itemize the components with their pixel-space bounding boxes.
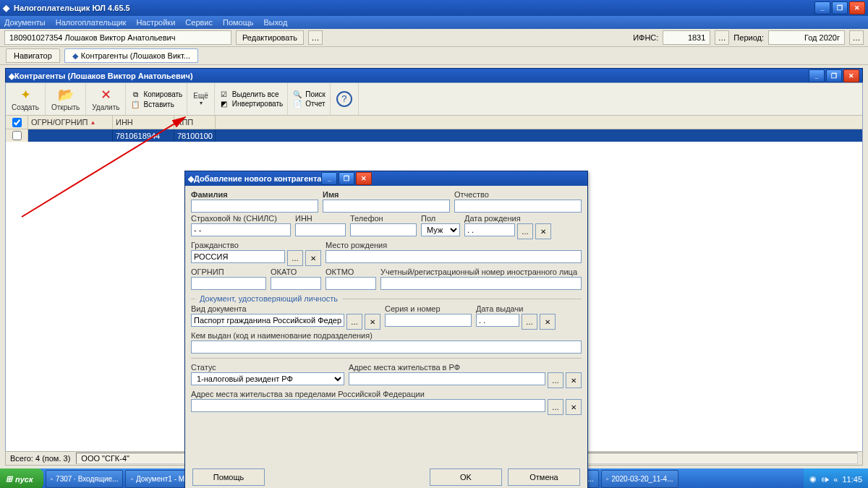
app-icon: ◆ <box>3 3 9 13</box>
snils-input[interactable] <box>191 223 291 236</box>
surname-label: Фамилия <box>191 190 318 199</box>
search-icon: 🔍 <box>292 90 302 98</box>
dialog-cancel-button[interactable]: Отмена <box>508 468 580 486</box>
header-checkbox[interactable] <box>12 118 22 127</box>
child-close-button[interactable]: ✕ <box>843 69 859 82</box>
toolbar: ✦Создать 📂Открыть ✕Удалить ⧉Копировать 📋… <box>6 83 862 116</box>
dob-picker-button[interactable]: … <box>517 223 533 239</box>
col-kpp[interactable]: КПП <box>174 116 216 129</box>
open-icon: 📂 <box>58 87 74 103</box>
more-button[interactable]: Ещё▾ <box>187 83 214 115</box>
child-minimize-button[interactable]: _ <box>809 69 825 82</box>
taskbar-item[interactable]: ▫2020-03-20_11-4... <box>601 470 678 488</box>
menu-help[interactable]: Помощь <box>223 18 254 27</box>
sex-select[interactable]: Муж <box>421 223 460 236</box>
addr-ext-clear-button[interactable]: ✕ <box>566 399 582 415</box>
docnum-input[interactable] <box>385 314 472 327</box>
citizenship-picker-button[interactable]: … <box>287 250 303 266</box>
issued-by-input[interactable] <box>191 341 582 354</box>
name-label: Имя <box>323 190 450 199</box>
dialog-title-bar: ◆ Добавление нового контрагента _ ❐ ✕ <box>185 171 587 186</box>
divider <box>191 358 582 359</box>
minimize-button[interactable]: _ <box>814 1 830 14</box>
dialog-ok-button[interactable]: OK <box>430 468 502 486</box>
phone-input[interactable] <box>350 223 417 236</box>
select-all-button[interactable]: ☑Выделить все <box>219 90 283 98</box>
col-ogrn[interactable]: ОГРН/ОГРНИП ▲ <box>28 116 113 129</box>
data-grid[interactable]: ОГРН/ОГРНИП ▲ ИНН КПП 7810618944 7810010… <box>6 116 862 142</box>
create-button[interactable]: ✦Создать <box>6 83 46 115</box>
copy-icon: ⧉ <box>130 90 140 99</box>
addr-rf-picker-button[interactable]: … <box>548 372 563 388</box>
row-checkbox[interactable] <box>12 131 22 140</box>
open-button[interactable]: 📂Открыть <box>46 83 86 115</box>
dialog-maximize-button[interactable]: ❐ <box>339 172 354 185</box>
menu-documents[interactable]: Документы <box>4 18 46 27</box>
citizenship-input[interactable] <box>191 250 285 263</box>
addr-ext-picker-button[interactable]: … <box>548 399 563 415</box>
status-select[interactable]: 1-налоговый резидент РФ <box>191 372 344 385</box>
doctype-picker-button[interactable]: … <box>346 314 362 330</box>
status-total: Всего: 4 (пом. 3) <box>10 454 70 463</box>
menu-taxpayer[interactable]: Налогоплательщик <box>56 18 127 27</box>
dialog-close-button[interactable]: ✕ <box>356 172 372 185</box>
close-button[interactable]: ✕ <box>849 1 865 14</box>
start-button[interactable]: ⊞пуск <box>0 468 43 488</box>
menu-settings[interactable]: Настройки <box>136 18 175 27</box>
name-input[interactable] <box>323 200 450 213</box>
issued-on-picker-button[interactable]: … <box>522 314 537 330</box>
sex-label: Пол <box>421 214 460 223</box>
cell-kpp: 78100100 <box>174 129 216 142</box>
doctype-input[interactable] <box>191 314 344 327</box>
issued-on-clear-button[interactable]: ✕ <box>540 314 556 330</box>
patronymic-input[interactable] <box>454 200 582 213</box>
edit-button[interactable]: Редактировать <box>236 30 304 45</box>
okato-input[interactable] <box>271 277 321 290</box>
app-icon: ▫ <box>51 475 54 483</box>
oktmo-input[interactable] <box>326 277 376 290</box>
edit-picker-button[interactable]: … <box>308 30 323 45</box>
dob-input[interactable] <box>464 223 515 236</box>
work-area: ◆ Контрагенты (Лошаков Виктор Анатольеви… <box>0 65 868 468</box>
table-row[interactable]: 7810618944 78100100 <box>6 129 862 142</box>
ifns-label: ИФНС: <box>633 33 658 42</box>
doctype-clear-button[interactable]: ✕ <box>365 314 380 330</box>
addr-rf-input[interactable] <box>349 372 545 385</box>
cell-ogrn <box>28 129 113 142</box>
dialog-minimize-button[interactable]: _ <box>321 172 337 185</box>
issued-on-input[interactable] <box>476 314 519 327</box>
paste-button[interactable]: 📋Вставить <box>130 100 182 108</box>
period-picker-button[interactable]: … <box>849 30 864 45</box>
taskbar-item[interactable]: ▫7307 · Входящие... <box>46 470 124 488</box>
dialog-help-button[interactable]: Помощь <box>192 468 265 486</box>
col-inn[interactable]: ИНН <box>113 116 174 129</box>
maximize-button[interactable]: ❐ <box>832 1 848 14</box>
help-button[interactable]: ? <box>331 83 359 115</box>
ogrnip-label: ОГРНИП <box>191 267 266 276</box>
ifns-value: 1831 <box>663 30 710 45</box>
ifns-picker-button[interactable]: … <box>715 30 729 45</box>
tab-contragents[interactable]: ◆Контрагенты (Лошаков Викт... <box>64 48 198 63</box>
surname-input[interactable] <box>191 200 318 213</box>
foreign-input[interactable] <box>380 277 582 290</box>
tab-navigator[interactable]: Навигатор <box>6 48 60 63</box>
child-maximize-button[interactable]: ❐ <box>826 69 842 82</box>
report-button[interactable]: 📄Отчет <box>292 100 326 108</box>
menu-exit[interactable]: Выход <box>264 18 288 27</box>
paste-icon: 📋 <box>130 100 140 108</box>
addr-ext-input[interactable] <box>191 399 545 412</box>
docnum-label: Серия и номер <box>385 304 472 313</box>
delete-button[interactable]: ✕Удалить <box>86 83 126 115</box>
menu-service[interactable]: Сервис <box>185 18 213 27</box>
dob-clear-button[interactable]: ✕ <box>535 223 551 239</box>
system-tray[interactable]: ◉ 🕪 « 11:45 <box>804 468 868 488</box>
search-button[interactable]: 🔍Поиск <box>292 90 326 98</box>
citizenship-clear-button[interactable]: ✕ <box>305 250 321 266</box>
ogrnip-input[interactable] <box>191 277 266 290</box>
report-icon: 📄 <box>292 100 302 108</box>
invert-button[interactable]: ◩Инвертировать <box>219 100 283 108</box>
birthplace-input[interactable] <box>326 250 582 263</box>
copy-button[interactable]: ⧉Копировать <box>130 90 182 99</box>
inn-input[interactable] <box>295 223 346 236</box>
addr-rf-clear-button[interactable]: ✕ <box>566 372 582 388</box>
